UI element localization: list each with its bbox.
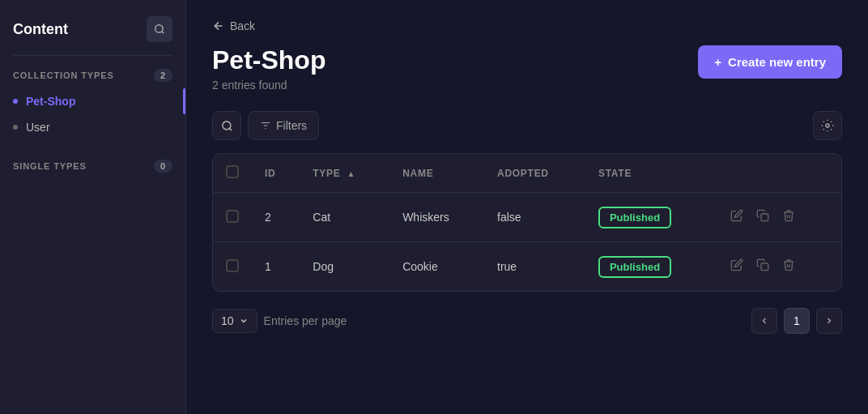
chevron-left-icon bbox=[760, 316, 769, 326]
chevron-down-icon bbox=[239, 316, 249, 326]
page-subtitle: 2 entries found bbox=[212, 79, 326, 92]
single-types-badge: 0 bbox=[154, 160, 172, 173]
column-header-state: STATE bbox=[585, 154, 714, 193]
sidebar-search-button[interactable] bbox=[147, 16, 172, 42]
toolbar-left: Filters bbox=[212, 111, 319, 140]
sort-arrow-icon: ▲ bbox=[347, 169, 356, 178]
create-new-entry-button[interactable]: + Create new entry bbox=[698, 45, 842, 79]
svg-rect-4 bbox=[761, 263, 768, 271]
filters-label: Filters bbox=[276, 119, 307, 132]
svg-point-2 bbox=[826, 124, 829, 127]
next-page-button[interactable] bbox=[816, 308, 842, 334]
sidebar-header: Content bbox=[0, 16, 185, 55]
column-header-adopted: ADOPTED bbox=[484, 154, 585, 193]
create-btn-label: Create new entry bbox=[728, 55, 826, 69]
edit-icon-0[interactable] bbox=[727, 206, 747, 228]
pagination-bar: 10 Entries per page 1 bbox=[212, 308, 842, 334]
page-title: Pet-Shop bbox=[212, 45, 326, 75]
cell-adopted-0: false bbox=[484, 193, 585, 242]
cell-adopted-1: true bbox=[484, 242, 585, 292]
select-all-checkbox[interactable] bbox=[226, 165, 239, 178]
per-page-select[interactable]: 10 bbox=[212, 309, 257, 333]
svg-rect-3 bbox=[761, 214, 768, 221]
column-header-type[interactable]: TYPE ▲ bbox=[300, 154, 389, 193]
sidebar-item-user[interactable]: User bbox=[0, 114, 185, 140]
row-checkbox-0[interactable] bbox=[226, 210, 239, 223]
page-title-group: Pet-Shop 2 entries found bbox=[212, 45, 326, 92]
page-header: Pet-Shop 2 entries found + Create new en… bbox=[212, 45, 842, 92]
back-label: Back bbox=[230, 19, 255, 32]
svg-point-1 bbox=[222, 121, 230, 129]
table-settings-button[interactable] bbox=[813, 111, 842, 140]
cell-state-0: Published bbox=[585, 193, 714, 242]
action-cell-1 bbox=[727, 255, 828, 278]
table-row: 2 Cat Whiskers false Published bbox=[213, 193, 841, 242]
prev-page-button[interactable] bbox=[751, 308, 777, 334]
per-page-label: Entries per page bbox=[264, 314, 347, 327]
cell-actions-1 bbox=[714, 242, 841, 292]
chevron-right-icon bbox=[824, 316, 834, 326]
action-cell-0 bbox=[727, 206, 828, 228]
create-plus-icon: + bbox=[714, 55, 721, 69]
data-table: ID TYPE ▲ NAME ADOPTED STATE bbox=[212, 153, 842, 292]
row-checkbox-1[interactable] bbox=[226, 259, 239, 272]
header-checkbox-cell bbox=[213, 154, 252, 193]
filter-icon bbox=[260, 120, 271, 131]
sidebar-divider bbox=[13, 55, 172, 56]
cell-actions-0 bbox=[714, 193, 841, 242]
sidebar-item-pet-shop[interactable]: Pet-Shop bbox=[0, 88, 185, 114]
single-types-label: SINGLE TYPES 0 bbox=[0, 160, 185, 179]
sidebar-item-pet-shop-label: Pet-Shop bbox=[26, 95, 75, 108]
cell-id-0: 2 bbox=[252, 193, 300, 242]
gear-icon bbox=[821, 119, 834, 132]
collection-types-badge: 2 bbox=[154, 69, 172, 82]
cell-type-0: Cat bbox=[300, 193, 389, 242]
edit-icon-1[interactable] bbox=[727, 255, 747, 278]
row-checkbox-cell bbox=[213, 193, 252, 242]
collection-types-label: COLLECTION TYPES 2 bbox=[0, 69, 185, 88]
row-checkbox-cell bbox=[213, 242, 252, 292]
back-arrow-icon bbox=[212, 19, 225, 32]
sidebar-title: Content bbox=[13, 21, 68, 38]
duplicate-icon-0[interactable] bbox=[753, 206, 772, 228]
duplicate-icon-1[interactable] bbox=[753, 255, 772, 278]
cell-id-1: 1 bbox=[252, 242, 300, 292]
search-icon bbox=[221, 120, 233, 132]
toolbar: Filters bbox=[212, 111, 842, 140]
table-header-row: ID TYPE ▲ NAME ADOPTED STATE bbox=[213, 154, 841, 193]
published-badge-1: Published bbox=[598, 256, 671, 278]
published-badge-0: Published bbox=[598, 207, 671, 228]
svg-point-0 bbox=[155, 25, 163, 32]
nav-dot-user bbox=[13, 125, 18, 130]
sidebar: Content COLLECTION TYPES 2 Pet-Shop User… bbox=[0, 0, 186, 414]
back-link[interactable]: Back bbox=[212, 19, 842, 32]
delete-icon-1[interactable] bbox=[779, 255, 798, 278]
current-page-number: 1 bbox=[784, 308, 810, 334]
column-header-actions bbox=[714, 154, 841, 193]
search-button[interactable] bbox=[212, 111, 241, 140]
cell-name-1: Cookie bbox=[389, 242, 484, 292]
main-content: Back Pet-Shop 2 entries found + Create n… bbox=[186, 0, 868, 414]
column-header-id: ID bbox=[252, 154, 300, 193]
nav-dot-pet-shop bbox=[13, 99, 18, 104]
per-page-group: 10 Entries per page bbox=[212, 309, 347, 333]
cell-state-1: Published bbox=[585, 242, 714, 292]
pagination-controls: 1 bbox=[751, 308, 842, 334]
cell-name-0: Whiskers bbox=[389, 193, 484, 242]
column-header-name: NAME bbox=[389, 154, 484, 193]
delete-icon-0[interactable] bbox=[779, 206, 798, 228]
table-row: 1 Dog Cookie true Published bbox=[213, 242, 841, 292]
per-page-value: 10 bbox=[221, 314, 234, 327]
cell-type-1: Dog bbox=[300, 242, 389, 292]
filters-button[interactable]: Filters bbox=[248, 111, 319, 140]
sidebar-item-user-label: User bbox=[26, 121, 50, 134]
